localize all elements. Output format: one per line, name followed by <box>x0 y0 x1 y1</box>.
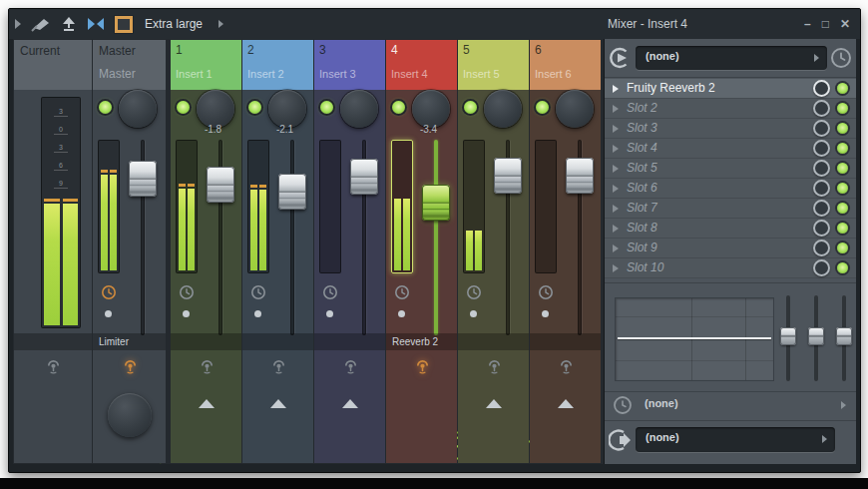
slot-enable-led[interactable] <box>837 262 848 273</box>
slot-mix-knob[interactable] <box>813 120 830 137</box>
mixer-menu-arrow-icon[interactable] <box>15 19 21 29</box>
slot-enable-led[interactable] <box>837 143 848 154</box>
pan-knob[interactable] <box>197 90 234 128</box>
select-dot[interactable] <box>183 310 190 317</box>
slot-enable-led[interactable] <box>837 163 848 174</box>
audio-source-icon[interactable] <box>415 355 430 375</box>
slot-label-bar[interactable] <box>314 333 385 350</box>
route-up-arrow[interactable] <box>558 399 574 408</box>
mixer-strip-current[interactable]: Current30369 <box>14 40 92 463</box>
track-enable-led[interactable] <box>464 101 477 114</box>
plugin-slot-row[interactable]: Slot 7 <box>605 199 856 219</box>
dock-plug-icon[interactable] <box>61 16 77 32</box>
select-dot[interactable] <box>470 310 477 317</box>
select-dot[interactable] <box>105 310 112 317</box>
track-enable-led[interactable] <box>248 101 261 114</box>
volume-fader-handle[interactable] <box>350 159 378 195</box>
eq-graph[interactable] <box>615 297 774 381</box>
output-target-dropdown[interactable]: (none) <box>636 427 835 452</box>
strip-header[interactable]: Current <box>14 40 92 90</box>
audio-source-icon[interactable] <box>123 355 138 375</box>
volume-fader-track[interactable] <box>290 140 294 335</box>
volume-fader-handle[interactable] <box>278 174 306 210</box>
slot-enable-led[interactable] <box>837 103 848 114</box>
fader-handle[interactable] <box>808 327 824 345</box>
plugin-slot-row[interactable]: Slot 6 <box>605 179 856 199</box>
slot-enable-led[interactable] <box>837 223 848 234</box>
strip-header[interactable]: 4Insert 4 <box>386 40 457 90</box>
track-enable-led[interactable] <box>392 101 405 114</box>
slot-mix-knob[interactable] <box>813 240 830 256</box>
slot-enable-led[interactable] <box>837 123 848 134</box>
eq-curve[interactable] <box>618 337 771 339</box>
mixer-strip-insert-4[interactable]: 4Insert 4-3.4Reeverb 2 <box>386 40 457 463</box>
fader-handle[interactable] <box>836 327 852 345</box>
pan-knob[interactable] <box>484 90 522 128</box>
plugin-slot-row[interactable]: Slot 4 <box>605 139 856 159</box>
plugin-slot-row[interactable]: Slot 3 <box>605 119 856 139</box>
plugin-slot-row[interactable]: Slot 5 <box>605 159 856 179</box>
slot-mix-knob[interactable] <box>813 80 830 97</box>
volume-fader-handle[interactable] <box>422 185 450 221</box>
pan-knob[interactable] <box>268 90 306 128</box>
strip-header[interactable]: MasterMaster <box>93 40 166 90</box>
mixer-strip-insert-5[interactable]: 5Insert 5 <box>458 40 529 463</box>
slot-label-bar[interactable]: Limiter <box>93 333 166 350</box>
route-up-arrow[interactable] <box>199 399 215 408</box>
select-dot[interactable] <box>398 310 405 317</box>
route-up-arrow[interactable] <box>486 399 502 408</box>
slot-mix-knob[interactable] <box>813 200 830 217</box>
audio-source-icon[interactable] <box>487 355 502 375</box>
view-size-label[interactable]: Extra large <box>145 17 203 31</box>
minimize-button[interactable]: – <box>804 16 811 32</box>
slot-enable-led[interactable] <box>837 243 848 253</box>
view-size-icon[interactable] <box>115 16 133 33</box>
route-up-arrow[interactable] <box>270 399 286 408</box>
plugin-slot-row[interactable]: Fruity Reeverb 2 <box>605 79 856 99</box>
slot-label-bar[interactable] <box>171 333 241 350</box>
slot-label-bar[interactable] <box>530 333 601 350</box>
compact-width-icon[interactable] <box>87 17 105 31</box>
slot-mix-knob[interactable] <box>813 100 830 117</box>
pan-knob[interactable] <box>119 90 157 128</box>
slot-label-bar[interactable]: Reeverb 2 <box>386 333 457 350</box>
audio-source-icon[interactable] <box>343 355 358 375</box>
audio-source-icon[interactable] <box>200 355 215 375</box>
mixer-strip-insert-6[interactable]: 6Insert 6 <box>530 40 601 463</box>
volume-fader-handle[interactable] <box>494 158 522 194</box>
slot-enable-led[interactable] <box>837 83 848 94</box>
fader-handle[interactable] <box>780 327 796 345</box>
select-dot[interactable] <box>326 310 333 317</box>
slot-mix-knob[interactable] <box>813 259 830 276</box>
strip-header[interactable]: 1Insert 1 <box>171 40 241 90</box>
slot-mix-knob[interactable] <box>813 140 830 157</box>
select-dot[interactable] <box>542 310 549 317</box>
mixer-strip-insert-1[interactable]: 1Insert 1-1.8 <box>171 40 241 463</box>
slot-label-bar[interactable] <box>458 333 529 350</box>
slot-enable-led[interactable] <box>837 203 848 214</box>
mixer-strip-insert-2[interactable]: 2Insert 2-2.1 <box>242 40 313 463</box>
pan-knob[interactable] <box>412 90 450 128</box>
plugin-slot-row[interactable]: Slot 9 <box>605 239 856 258</box>
track-enable-led[interactable] <box>320 101 333 114</box>
volume-fader-handle[interactable] <box>129 161 157 197</box>
slot-mix-knob[interactable] <box>813 160 830 177</box>
maximize-button[interactable]: □ <box>822 16 829 32</box>
input-latency-clock-icon[interactable] <box>830 47 852 69</box>
plugin-slot-row[interactable]: Slot 8 <box>605 219 856 239</box>
slot-enable-led[interactable] <box>837 183 848 194</box>
track-enable-led[interactable] <box>177 101 190 114</box>
view-size-next-icon[interactable] <box>218 20 223 28</box>
plugin-slot-row[interactable]: Slot 2 <box>605 99 856 119</box>
plugin-slot-row[interactable]: Slot 10 <box>605 258 856 278</box>
slot-mix-knob[interactable] <box>813 180 830 197</box>
audio-source-icon[interactable] <box>46 355 61 375</box>
time-row[interactable]: (none) <box>605 390 856 421</box>
pan-knob[interactable] <box>556 90 594 128</box>
strip-header[interactable]: 6Insert 6 <box>530 40 601 90</box>
eq-band-high-fader[interactable] <box>836 295 852 381</box>
audio-source-icon[interactable] <box>271 355 286 375</box>
strip-header[interactable]: 5Insert 5 <box>458 40 529 90</box>
track-enable-led[interactable] <box>99 101 112 114</box>
strip-header[interactable]: 3Insert 3 <box>314 40 385 90</box>
